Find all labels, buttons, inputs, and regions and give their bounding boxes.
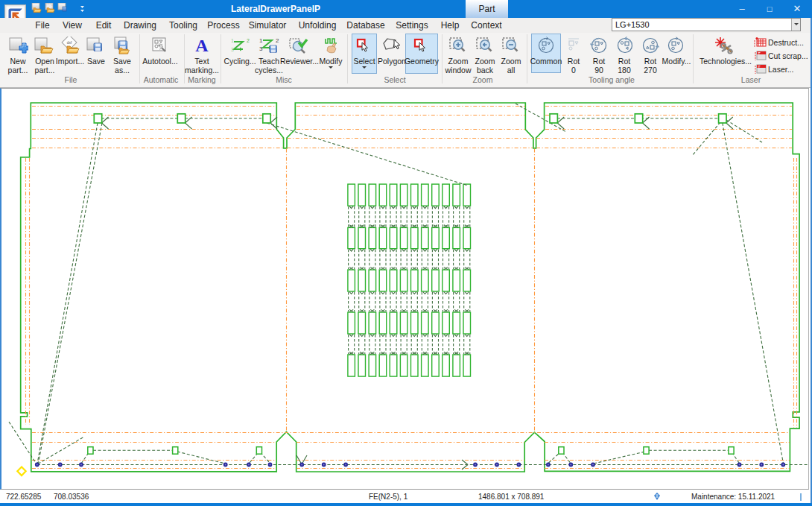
svg-text:1: 1 [259, 37, 263, 44]
svg-text:3: 3 [259, 45, 263, 52]
svg-text:A: A [195, 37, 209, 54]
svg-text:2: 2 [247, 38, 250, 43]
svg-text:2: 2 [276, 37, 279, 44]
svg-text:dxf: dxf [67, 40, 72, 45]
svg-text:1: 1 [231, 38, 234, 43]
svg-text:3: 3 [231, 47, 234, 52]
